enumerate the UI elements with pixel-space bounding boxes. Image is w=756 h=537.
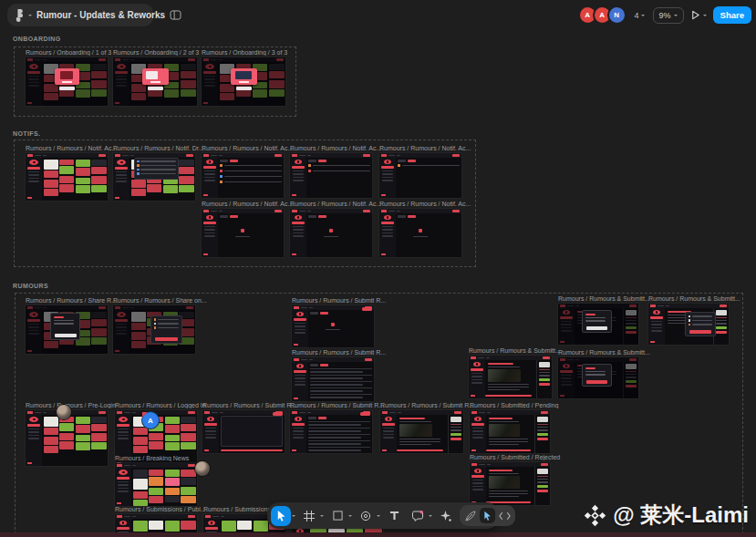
canvas-frame[interactable]: Rumours / Rumours & Submitt...	[648, 304, 729, 345]
frame-label[interactable]: Rumours / Rumours & Submitt...	[469, 347, 564, 354]
pen-tool-button[interactable]	[356, 506, 376, 526]
frame-label[interactable]: Rumours / Rumours / Submit R...	[380, 402, 476, 408]
frame-label[interactable]: Rumours / Rumours / Notif. Ac...	[26, 145, 120, 151]
canvas-frame[interactable]: Rumours / Submitted / Pending	[470, 410, 550, 453]
canvas-frame[interactable]: Rumours / Rumours & Submitt...	[469, 356, 552, 398]
frame-label[interactable]: Rumours / Rumours / Notif. Dr...	[113, 145, 208, 151]
canvas-frame[interactable]: Rumours / Rumours / Notif. Ac...	[290, 209, 372, 257]
canvas-frame[interactable]: Rumours / Breaking News	[115, 463, 197, 506]
frame-thumbnail[interactable]	[113, 57, 197, 106]
canvas-frame[interactable]: Rumours / Rumours / Submit R...	[292, 357, 374, 401]
collaborator-cursor-avatar[interactable]: A	[142, 412, 159, 429]
zoom-menu-button[interactable]: 9%	[653, 7, 684, 24]
canvas-frame[interactable]: Rumours / Rumours / Notif. Ac...	[202, 153, 284, 198]
canvas-frame[interactable]: Rumours / Rumours / Share R...	[26, 305, 108, 354]
canvas-frame[interactable]: Rumours / Onboarding / 2 of 3	[113, 57, 197, 106]
canvas-frame[interactable]: Rumours / Rumours / Submit R...	[380, 410, 463, 453]
frame-label[interactable]: Rumours / Rumours / Logged In	[115, 402, 210, 408]
frame-label[interactable]: Rumours / Rumours & Submitt...	[558, 295, 651, 302]
frame-label[interactable]: Rumours / Rumours / Share on...	[113, 297, 208, 304]
file-menu-chevron-icon[interactable]	[28, 15, 32, 18]
frame-label[interactable]: Rumours / Rumours / Pre-Login	[26, 402, 120, 408]
frame-label[interactable]: Rumours / Submitted / Rejected	[470, 454, 563, 460]
collaborator-photo-avatar[interactable]	[195, 461, 210, 476]
frame-label[interactable]: Rumours / Rumours / Submit R...	[292, 349, 387, 356]
frame-thumbnail[interactable]	[202, 209, 284, 257]
figma-logo-icon[interactable]	[15, 9, 24, 22]
frame-thumbnail[interactable]	[470, 410, 550, 453]
comment-tool-button[interactable]	[408, 506, 428, 526]
frame-label[interactable]: Rumours / Submissions / Publ...	[115, 506, 210, 512]
canvas-frame[interactable]: Rumours / Onboarding / 3 of 3	[202, 57, 285, 106]
frame-label[interactable]: Rumours / Rumours / Submit R...	[202, 402, 297, 408]
canvas-frame[interactable]: Rumours / Rumours / Submit R...	[290, 410, 372, 453]
file-name[interactable]: Rumour - Updates & Reworks	[36, 10, 165, 20]
canvas-frame[interactable]: Rumours / Rumours / Notif. Ac...	[202, 209, 284, 257]
frame-label[interactable]: Rumours / Rumours / Notif. Ac...	[202, 145, 296, 151]
frame-thumbnail[interactable]	[379, 153, 461, 198]
canvas-frame[interactable]: Rumours / Rumours / Notif. Ac...	[379, 153, 461, 198]
frame-thumbnail[interactable]	[113, 305, 195, 354]
avatar[interactable]: N	[607, 5, 627, 25]
frame-label[interactable]: Rumours / Rumours / Notif. Ac...	[379, 145, 474, 151]
section-label[interactable]: ONBOARDING	[13, 36, 61, 42]
canvas-frame[interactable]: Rumours / Rumours / Share on...	[113, 305, 195, 354]
frame-thumbnail[interactable]	[26, 57, 108, 106]
chevron-down-icon[interactable]	[320, 515, 324, 519]
frame-thumbnail[interactable]	[290, 209, 372, 257]
canvas-frame[interactable]: Rumours / Rumours / Notif. Ac...	[26, 153, 108, 201]
chevron-down-icon[interactable]	[348, 515, 352, 519]
dev-mode-button[interactable]	[497, 508, 513, 523]
frame-label[interactable]: Rumours / Rumours / Notif. Ac...	[290, 145, 385, 151]
move-tool-button[interactable]	[271, 506, 291, 526]
frame-thumbnail[interactable]	[290, 153, 372, 198]
frame-thumbnail[interactable]	[648, 304, 729, 345]
canvas-frame[interactable]: Rumours / Rumours / Submit R...	[292, 305, 374, 347]
frame-label[interactable]: Rumours / Onboarding / 1 of 3	[26, 49, 120, 56]
frame-thumbnail[interactable]	[113, 153, 195, 201]
frame-label[interactable]: Rumours / Rumours & Submitt...	[648, 295, 741, 302]
frame-thumbnail[interactable]	[26, 305, 108, 354]
frame-thumbnail[interactable]	[469, 356, 552, 398]
collaborator-photo-avatar[interactable]	[57, 405, 71, 419]
chevron-down-icon[interactable]	[429, 515, 432, 519]
canvas-frame[interactable]: Rumours / Onboarding / 1 of 3	[26, 57, 108, 106]
actions-button[interactable]	[436, 506, 456, 526]
frame-thumbnail[interactable]	[115, 463, 197, 506]
design-mode-button[interactable]	[480, 508, 495, 523]
section-label[interactable]: RUMOURS	[13, 283, 48, 289]
frame-thumbnail[interactable]	[26, 153, 108, 201]
canvas-frame[interactable]: Rumours / Rumours / Submit R...	[202, 410, 285, 453]
section-label[interactable]: NOTIFS.	[13, 130, 40, 137]
frame-tool-button[interactable]	[299, 506, 319, 526]
layout-toggle-icon[interactable]	[170, 10, 181, 20]
frame-thumbnail[interactable]	[380, 410, 463, 453]
share-button[interactable]: Share	[713, 6, 751, 25]
quill-button[interactable]	[462, 508, 478, 523]
frame-label[interactable]: Rumours / Breaking News	[115, 455, 210, 461]
canvas-frame[interactable]: Rumours / Rumours / Notif. Dr...	[113, 153, 195, 201]
canvas-frame[interactable]: Rumours / Submitted / Rejected	[470, 462, 550, 505]
frame-thumbnail[interactable]	[290, 410, 372, 453]
frame-label[interactable]: Rumours / Rumours / Submit R...	[290, 402, 385, 408]
text-tool-button[interactable]	[384, 506, 404, 526]
frame-label[interactable]: Rumours / Rumours & Submitt...	[558, 349, 651, 356]
collaborators-dropdown[interactable]: 4	[633, 9, 647, 22]
present-options-chevron-icon[interactable]	[703, 15, 707, 18]
frame-thumbnail[interactable]	[379, 209, 461, 257]
frame-label[interactable]: Rumours / Submitted / Pending	[470, 402, 563, 408]
canvas-frame[interactable]: Rumours / Rumours / Notif. Ac...	[379, 209, 461, 257]
frame-label[interactable]: Rumours / Rumours / Notif. Ac...	[290, 201, 385, 207]
canvas-frame[interactable]: Rumours / Rumours & Submitt...	[558, 304, 638, 345]
chevron-down-icon[interactable]	[292, 515, 295, 519]
cutoff-frame-strip[interactable]	[0, 532, 756, 537]
frame-label[interactable]: Rumours / Onboarding / 2 of 3	[113, 49, 210, 56]
frame-thumbnail[interactable]	[470, 462, 550, 505]
frame-thumbnail[interactable]	[202, 153, 284, 198]
frame-label[interactable]: Rumours / Rumours / Notif. Ac...	[202, 201, 296, 207]
canvas-frame[interactable]: Rumours / Rumours & Submitt...	[558, 357, 638, 398]
frame-label[interactable]: Rumours / Onboarding / 3 of 3	[202, 49, 298, 56]
canvas[interactable]: Rumour - Updates & Reworks AAN 4 9% Shar…	[0, 0, 756, 537]
frame-thumbnail[interactable]	[558, 357, 638, 398]
frame-label[interactable]: Rumours / Rumours / Submit R...	[292, 297, 387, 304]
